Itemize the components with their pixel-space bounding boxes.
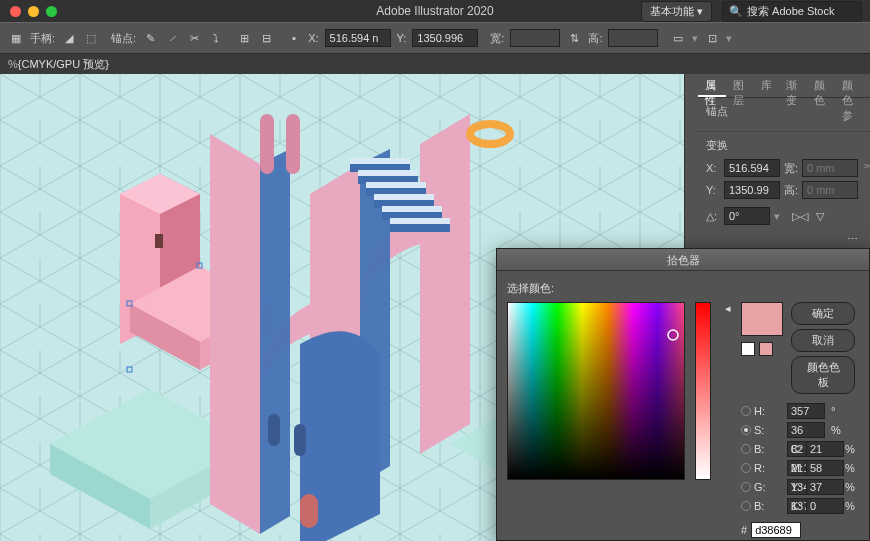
w-input	[510, 29, 560, 47]
k-input[interactable]	[806, 498, 844, 514]
document-tab[interactable]: % {CMYK/GPU 预览}	[0, 54, 870, 74]
chevron-down-icon: ▾	[692, 32, 698, 45]
maximize-window-icon[interactable]	[46, 6, 57, 17]
m-input[interactable]	[806, 460, 844, 476]
minimize-window-icon[interactable]	[28, 6, 39, 17]
s-unit: %	[831, 424, 859, 436]
svg-rect-18	[382, 206, 442, 212]
window-controls	[0, 6, 57, 17]
convert-smooth-icon[interactable]: ✎	[142, 30, 158, 46]
link-wh-icon[interactable]: ⇅	[566, 30, 582, 46]
k-label: K:	[791, 500, 803, 512]
search-placeholder: 搜索 Adobe Stock	[747, 4, 834, 19]
tab-gradient[interactable]: 渐变	[779, 74, 807, 97]
transform-section-title: 变换	[706, 138, 862, 153]
select-color-label: 选择颜色:	[507, 281, 859, 296]
more-options-icon[interactable]: ⋯	[847, 233, 858, 246]
small-swatch-icon[interactable]	[741, 342, 755, 356]
convert-corner-icon[interactable]: ⟋	[164, 30, 180, 46]
svg-rect-14	[350, 158, 410, 164]
chevron-down-icon: ▾	[726, 32, 732, 45]
h-input	[608, 29, 658, 47]
y-input[interactable]	[412, 29, 478, 47]
tab-layers[interactable]: 图层	[726, 74, 754, 97]
chevron-down-icon: ▾	[697, 5, 703, 18]
flip-h-icon[interactable]: ▷◁	[792, 208, 808, 224]
b2-radio[interactable]: B:	[741, 500, 783, 512]
svg-rect-21	[286, 114, 300, 174]
search-input[interactable]: 🔍搜索 Adobe Stock	[722, 1, 862, 22]
x-label: X:	[308, 32, 318, 44]
w-label: 宽:	[490, 31, 504, 46]
svg-rect-15	[358, 170, 418, 176]
small-swatch-current-icon[interactable]	[759, 342, 773, 356]
color-picker-dialog: 拾色器 选择颜色: ◂	[496, 248, 870, 541]
h-input[interactable]	[787, 403, 825, 419]
align-icon[interactable]: ⊞	[236, 30, 252, 46]
handle-icon[interactable]: ◢	[61, 30, 77, 46]
close-window-icon[interactable]	[10, 6, 21, 17]
prop-h-label: 高:	[784, 183, 798, 198]
tab-libraries[interactable]: 库	[754, 74, 779, 97]
svg-rect-25	[300, 494, 318, 528]
color-picker-title: 拾色器	[497, 249, 869, 271]
connect-path-icon[interactable]: ⤵	[208, 30, 224, 46]
c-input[interactable]	[806, 441, 844, 457]
reference-point-icon[interactable]: ▪	[286, 30, 302, 46]
swatches-button[interactable]: 颜色色板	[791, 356, 855, 394]
k-unit: %	[845, 500, 859, 512]
y2-unit: %	[845, 481, 859, 493]
prop-x-label: X:	[706, 162, 720, 174]
remove-anchor-icon[interactable]: ✂	[186, 30, 202, 46]
svg-rect-27	[508, 303, 684, 479]
control-toolbar: ▦ 手柄: ◢ ⬚ 锚点: ✎ ⟋ ✂ ⤵ ⊞ ⊟ ▪ X: Y: 宽: ⇅ 高…	[0, 22, 870, 54]
chevron-down-icon[interactable]: ▾	[774, 210, 780, 223]
shape-icon[interactable]: ▭	[670, 30, 686, 46]
s-input[interactable]	[787, 422, 825, 438]
align-icon-2[interactable]: ⊟	[258, 30, 274, 46]
prop-x-input[interactable]	[724, 159, 780, 177]
angle-input[interactable]	[724, 207, 770, 225]
svg-rect-23	[268, 414, 280, 446]
g-radio[interactable]: G:	[741, 481, 783, 493]
hue-slider[interactable]	[695, 302, 711, 480]
no-selection-icon[interactable]: ▦	[8, 30, 24, 46]
new-color-preview	[741, 302, 783, 336]
svg-rect-24	[294, 424, 306, 456]
tab-color[interactable]: 颜色	[807, 74, 835, 97]
color-spectrum[interactable]	[507, 302, 685, 480]
x-input[interactable]	[325, 29, 391, 47]
cancel-button[interactable]: 取消	[791, 329, 855, 352]
tab-properties[interactable]: 属性	[698, 74, 726, 97]
y-label: Y:	[397, 32, 407, 44]
align-panel-icon[interactable]: ⊡	[704, 30, 720, 46]
c-unit: %	[845, 443, 859, 455]
b-radio[interactable]: B:	[741, 443, 783, 455]
flip-v-icon[interactable]: ▽	[812, 208, 828, 224]
tab-swatches[interactable]: 颜色参	[835, 74, 870, 97]
m-label: M:	[791, 462, 803, 474]
anchor-label: 锚点:	[111, 31, 136, 46]
doc-tab-label: {CMYK/GPU 预览}	[18, 57, 109, 72]
workspace-switcher[interactable]: 基本功能▾	[641, 1, 712, 22]
link-wh-icon[interactable]: ⫘	[862, 159, 870, 183]
r-radio[interactable]: R:	[741, 462, 783, 474]
prop-y-input[interactable]	[724, 181, 780, 199]
handle-icon-2[interactable]: ⬚	[83, 30, 99, 46]
panel-tabs: 属性 图层 库 渐变 颜色 颜色参	[698, 74, 870, 98]
s-radio[interactable]: S:	[741, 424, 783, 436]
title-bar: Adobe Illustrator 2020 基本功能▾ 🔍搜索 Adobe S…	[0, 0, 870, 22]
c-label: C:	[791, 443, 803, 455]
y2-input[interactable]	[806, 479, 844, 495]
prop-w-input	[802, 159, 858, 177]
h-label: 高:	[588, 31, 602, 46]
hand-label: 手柄:	[30, 31, 55, 46]
ok-button[interactable]: 确定	[791, 302, 855, 325]
hex-input[interactable]	[751, 522, 801, 538]
hex-label: #	[741, 524, 747, 536]
anchor-section-title: 锚点	[706, 104, 862, 119]
workspace-label: 基本功能	[650, 4, 694, 19]
svg-rect-29	[696, 303, 710, 479]
search-icon: 🔍	[729, 5, 743, 18]
h-radio[interactable]: H:	[741, 405, 783, 417]
